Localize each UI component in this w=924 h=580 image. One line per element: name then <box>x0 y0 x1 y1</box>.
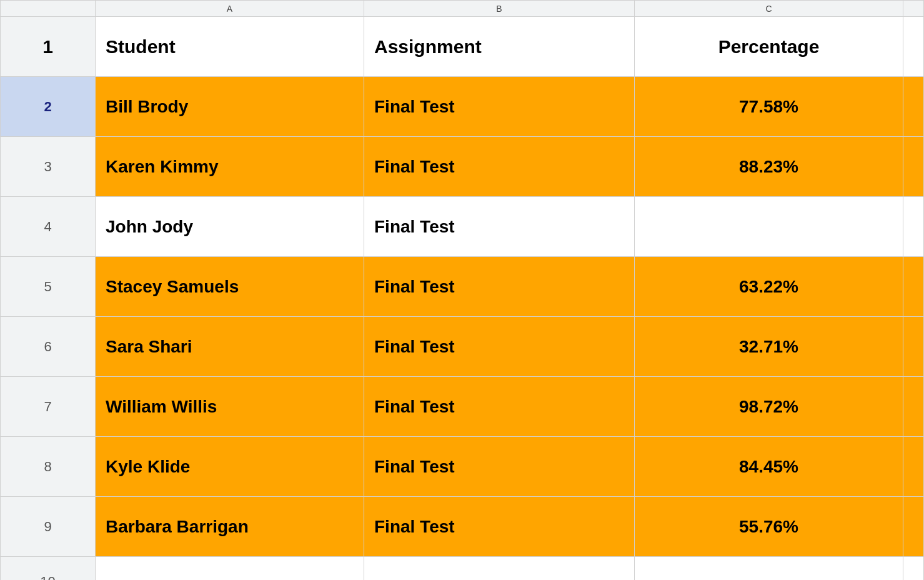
cell-2b[interactable]: Final Test <box>364 77 635 137</box>
rownum-8: 8 <box>1 437 96 497</box>
cell-5a[interactable]: Stacey Samuels <box>96 257 364 317</box>
rownum-4: 4 <box>1 197 96 257</box>
cell-7c[interactable]: 98.72% <box>635 377 903 437</box>
row-7: 7William WillisFinal Test98.72% <box>1 377 924 437</box>
row-10: 10 <box>1 557 924 581</box>
cell-6a[interactable]: Sara Shari <box>96 317 364 377</box>
cell-3-rest <box>903 137 924 197</box>
cell-8-rest <box>903 437 924 497</box>
rownum-10: 10 <box>1 557 96 581</box>
cell-2c[interactable]: 77.58% <box>635 77 903 137</box>
column-headers: A B C <box>1 1 924 17</box>
cell-7a[interactable]: William Willis <box>96 377 364 437</box>
cell-1b[interactable]: Assignment <box>364 17 635 77</box>
cell-4-rest <box>903 197 924 257</box>
col-header-a[interactable]: A <box>96 1 364 17</box>
row-1: 1 Student Assignment Percentage <box>1 17 924 77</box>
row-8: 8Kyle KlideFinal Test84.45% <box>1 437 924 497</box>
cell-9c[interactable]: 55.76% <box>635 497 903 557</box>
cell-4b[interactable]: Final Test <box>364 197 635 257</box>
cell-7b[interactable]: Final Test <box>364 377 635 437</box>
cell-1c[interactable]: Percentage <box>635 17 903 77</box>
cell-8b[interactable]: Final Test <box>364 437 635 497</box>
col-header-b[interactable]: B <box>364 1 635 17</box>
cell-4c[interactable] <box>635 197 903 257</box>
row-4: 4John JodyFinal Test <box>1 197 924 257</box>
cell-5-rest <box>903 257 924 317</box>
rownum-3: 3 <box>1 137 96 197</box>
row-2: 2Bill BrodyFinal Test77.58% <box>1 77 924 137</box>
rownum-5: 5 <box>1 257 96 317</box>
spreadsheet: A B C 1 Student Assignment Percentage 2B… <box>0 0 924 580</box>
cell-6-rest <box>903 317 924 377</box>
cell-7-rest <box>903 377 924 437</box>
row-3: 3Karen KimmyFinal Test88.23% <box>1 137 924 197</box>
cell-6c[interactable]: 32.71% <box>635 317 903 377</box>
cell-1-rest <box>903 17 924 77</box>
cell-8a[interactable]: Kyle Klide <box>96 437 364 497</box>
row-9: 9Barbara BarriganFinal Test55.76% <box>1 497 924 557</box>
row-6: 6Sara ShariFinal Test32.71% <box>1 317 924 377</box>
corner-cell <box>1 1 96 17</box>
cell-1a[interactable]: Student <box>96 17 364 77</box>
cell-9a[interactable]: Barbara Barrigan <box>96 497 364 557</box>
cell-5c[interactable]: 63.22% <box>635 257 903 317</box>
cell-8c[interactable]: 84.45% <box>635 437 903 497</box>
cell-9-rest <box>903 497 924 557</box>
cell-2-rest <box>903 77 924 137</box>
rownum-7: 7 <box>1 377 96 437</box>
cell-2a[interactable]: Bill Brody <box>96 77 364 137</box>
cell-3a[interactable]: Karen Kimmy <box>96 137 364 197</box>
cell-6b[interactable]: Final Test <box>364 317 635 377</box>
cell-5b[interactable]: Final Test <box>364 257 635 317</box>
rownum-9: 9 <box>1 497 96 557</box>
row-5: 5Stacey SamuelsFinal Test63.22% <box>1 257 924 317</box>
col-header-rest <box>903 1 924 17</box>
cell-3c[interactable]: 88.23% <box>635 137 903 197</box>
cell-3b[interactable]: Final Test <box>364 137 635 197</box>
rownum-2: 2 <box>1 77 96 137</box>
rownum-6: 6 <box>1 317 96 377</box>
cell-9b[interactable]: Final Test <box>364 497 635 557</box>
rownum-1: 1 <box>1 17 96 77</box>
col-header-c[interactable]: C <box>635 1 903 17</box>
cell-4a[interactable]: John Jody <box>96 197 364 257</box>
